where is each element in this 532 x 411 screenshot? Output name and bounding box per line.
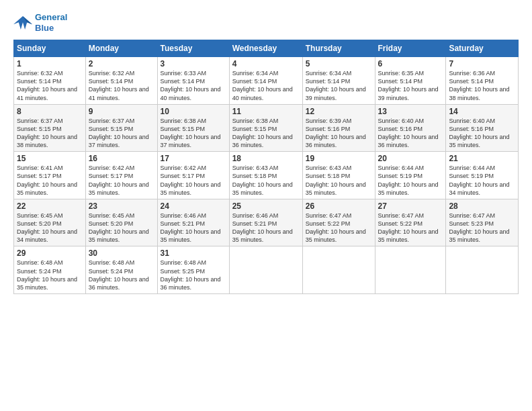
day-number: 24 xyxy=(161,201,226,211)
calendar-cell xyxy=(229,246,302,294)
day-number: 13 xyxy=(378,107,443,116)
day-number: 20 xyxy=(378,154,443,163)
day-info: Sunrise: 6:48 AMSunset: 5:25 PMDaylight:… xyxy=(161,259,226,291)
calendar-cell: 12Sunrise: 6:39 AMSunset: 5:16 PMDayligh… xyxy=(302,104,375,152)
calendar-cell: 22Sunrise: 6:45 AMSunset: 5:20 PMDayligh… xyxy=(14,199,86,246)
day-info: Sunrise: 6:44 AMSunset: 5:19 PMDaylight:… xyxy=(378,164,443,197)
day-number: 11 xyxy=(232,107,300,116)
day-info: Sunrise: 6:32 AMSunset: 5:14 PMDaylight:… xyxy=(17,69,83,102)
day-info: Sunrise: 6:47 AMSunset: 5:22 PMDaylight:… xyxy=(378,212,443,244)
day-number: 29 xyxy=(17,248,83,258)
day-number: 7 xyxy=(449,59,515,68)
calendar-cell: 13Sunrise: 6:40 AMSunset: 5:16 PMDayligh… xyxy=(375,104,446,152)
day-info: Sunrise: 6:43 AMSunset: 5:18 PMDaylight:… xyxy=(306,164,372,197)
day-number: 2 xyxy=(89,59,154,68)
calendar-cell: 30Sunrise: 6:48 AMSunset: 5:24 PMDayligh… xyxy=(85,246,157,294)
day-number: 27 xyxy=(378,201,443,211)
day-info: Sunrise: 6:41 AMSunset: 5:17 PMDaylight:… xyxy=(17,164,83,197)
day-number: 22 xyxy=(17,201,83,211)
day-info: Sunrise: 6:34 AMSunset: 5:14 PMDaylight:… xyxy=(232,69,300,102)
calendar-cell: 15Sunrise: 6:41 AMSunset: 5:17 PMDayligh… xyxy=(14,152,86,199)
day-number: 8 xyxy=(17,107,83,116)
day-info: Sunrise: 6:40 AMSunset: 5:16 PMDaylight:… xyxy=(449,117,515,150)
calendar-cell: 28Sunrise: 6:47 AMSunset: 5:23 PMDayligh… xyxy=(446,199,519,246)
day-number: 10 xyxy=(161,107,226,116)
calendar-week-row: 29Sunrise: 6:48 AMSunset: 5:24 PMDayligh… xyxy=(14,246,519,294)
calendar-cell: 9Sunrise: 6:37 AMSunset: 5:15 PMDaylight… xyxy=(85,104,157,152)
day-number: 5 xyxy=(306,59,372,68)
calendar-cell: 27Sunrise: 6:47 AMSunset: 5:22 PMDayligh… xyxy=(375,199,446,246)
calendar-cell: 2Sunrise: 6:32 AMSunset: 5:14 PMDaylight… xyxy=(85,57,157,105)
col-header-thursday: Thursday xyxy=(302,40,375,57)
day-number: 6 xyxy=(378,59,443,68)
calendar-cell: 20Sunrise: 6:44 AMSunset: 5:19 PMDayligh… xyxy=(375,152,446,199)
col-header-monday: Monday xyxy=(85,40,157,57)
day-number: 25 xyxy=(232,201,300,211)
day-info: Sunrise: 6:47 AMSunset: 5:23 PMDaylight:… xyxy=(449,212,515,244)
day-number: 4 xyxy=(232,59,300,68)
calendar-header-row: SundayMondayTuesdayWednesdayThursdayFrid… xyxy=(14,40,519,57)
calendar-cell: 17Sunrise: 6:42 AMSunset: 5:17 PMDayligh… xyxy=(157,152,229,199)
day-number: 1 xyxy=(17,59,83,68)
calendar-cell: 26Sunrise: 6:47 AMSunset: 5:22 PMDayligh… xyxy=(302,199,375,246)
calendar-week-row: 1Sunrise: 6:32 AMSunset: 5:14 PMDaylight… xyxy=(14,57,519,105)
day-info: Sunrise: 6:46 AMSunset: 5:21 PMDaylight:… xyxy=(161,212,226,244)
day-number: 3 xyxy=(161,59,226,68)
calendar-cell xyxy=(302,246,375,294)
day-number: 19 xyxy=(306,154,372,163)
day-info: Sunrise: 6:36 AMSunset: 5:14 PMDaylight:… xyxy=(449,69,515,102)
day-number: 9 xyxy=(89,107,154,116)
calendar-cell: 5Sunrise: 6:34 AMSunset: 5:14 PMDaylight… xyxy=(302,57,375,105)
day-number: 23 xyxy=(89,201,154,211)
calendar-cell: 3Sunrise: 6:33 AMSunset: 5:14 PMDaylight… xyxy=(157,57,229,105)
day-number: 30 xyxy=(89,248,154,258)
day-number: 12 xyxy=(306,107,372,116)
day-info: Sunrise: 6:37 AMSunset: 5:15 PMDaylight:… xyxy=(89,117,154,150)
day-number: 17 xyxy=(161,154,226,163)
calendar-cell: 31Sunrise: 6:48 AMSunset: 5:25 PMDayligh… xyxy=(157,246,229,294)
day-number: 28 xyxy=(449,201,515,211)
day-info: Sunrise: 6:35 AMSunset: 5:14 PMDaylight:… xyxy=(378,69,443,102)
day-number: 31 xyxy=(161,248,226,258)
calendar-page: General Blue SundayMondayTuesdayWednesda… xyxy=(0,0,532,411)
calendar-cell: 11Sunrise: 6:38 AMSunset: 5:15 PMDayligh… xyxy=(229,104,302,152)
day-info: Sunrise: 6:42 AMSunset: 5:17 PMDaylight:… xyxy=(161,164,226,197)
calendar-cell: 1Sunrise: 6:32 AMSunset: 5:14 PMDaylight… xyxy=(14,57,86,105)
col-header-wednesday: Wednesday xyxy=(229,40,302,57)
logo-icon xyxy=(13,15,32,31)
day-info: Sunrise: 6:48 AMSunset: 5:24 PMDaylight:… xyxy=(17,259,83,291)
calendar-cell: 24Sunrise: 6:46 AMSunset: 5:21 PMDayligh… xyxy=(157,199,229,246)
calendar-cell: 18Sunrise: 6:43 AMSunset: 5:18 PMDayligh… xyxy=(229,152,302,199)
day-info: Sunrise: 6:38 AMSunset: 5:15 PMDaylight:… xyxy=(232,117,300,150)
logo: General Blue xyxy=(13,12,67,33)
day-info: Sunrise: 6:42 AMSunset: 5:17 PMDaylight:… xyxy=(89,164,154,197)
logo-text: General Blue xyxy=(35,12,67,33)
day-info: Sunrise: 6:33 AMSunset: 5:14 PMDaylight:… xyxy=(161,69,226,102)
col-header-tuesday: Tuesday xyxy=(157,40,229,57)
col-header-saturday: Saturday xyxy=(446,40,519,57)
calendar-week-row: 8Sunrise: 6:37 AMSunset: 5:15 PMDaylight… xyxy=(14,104,519,152)
calendar-table: SundayMondayTuesdayWednesdayThursdayFrid… xyxy=(13,40,519,294)
day-info: Sunrise: 6:48 AMSunset: 5:24 PMDaylight:… xyxy=(89,259,154,291)
day-number: 21 xyxy=(449,154,515,163)
day-number: 18 xyxy=(232,154,300,163)
calendar-cell: 14Sunrise: 6:40 AMSunset: 5:16 PMDayligh… xyxy=(446,104,519,152)
calendar-cell: 19Sunrise: 6:43 AMSunset: 5:18 PMDayligh… xyxy=(302,152,375,199)
col-header-sunday: Sunday xyxy=(14,40,86,57)
calendar-cell: 6Sunrise: 6:35 AMSunset: 5:14 PMDaylight… xyxy=(375,57,446,105)
calendar-cell: 16Sunrise: 6:42 AMSunset: 5:17 PMDayligh… xyxy=(85,152,157,199)
day-info: Sunrise: 6:39 AMSunset: 5:16 PMDaylight:… xyxy=(306,117,372,150)
day-info: Sunrise: 6:40 AMSunset: 5:16 PMDaylight:… xyxy=(378,117,443,150)
day-info: Sunrise: 6:32 AMSunset: 5:14 PMDaylight:… xyxy=(89,69,154,102)
day-number: 14 xyxy=(449,107,515,116)
day-info: Sunrise: 6:46 AMSunset: 5:21 PMDaylight:… xyxy=(232,212,300,244)
calendar-cell: 10Sunrise: 6:38 AMSunset: 5:15 PMDayligh… xyxy=(157,104,229,152)
day-info: Sunrise: 6:34 AMSunset: 5:14 PMDaylight:… xyxy=(306,69,372,102)
calendar-cell xyxy=(375,246,446,294)
day-info: Sunrise: 6:43 AMSunset: 5:18 PMDaylight:… xyxy=(232,164,300,197)
day-info: Sunrise: 6:45 AMSunset: 5:20 PMDaylight:… xyxy=(89,212,154,244)
calendar-cell xyxy=(446,246,519,294)
calendar-week-row: 22Sunrise: 6:45 AMSunset: 5:20 PMDayligh… xyxy=(14,199,519,246)
day-info: Sunrise: 6:37 AMSunset: 5:15 PMDaylight:… xyxy=(17,117,83,150)
calendar-cell: 21Sunrise: 6:44 AMSunset: 5:19 PMDayligh… xyxy=(446,152,519,199)
